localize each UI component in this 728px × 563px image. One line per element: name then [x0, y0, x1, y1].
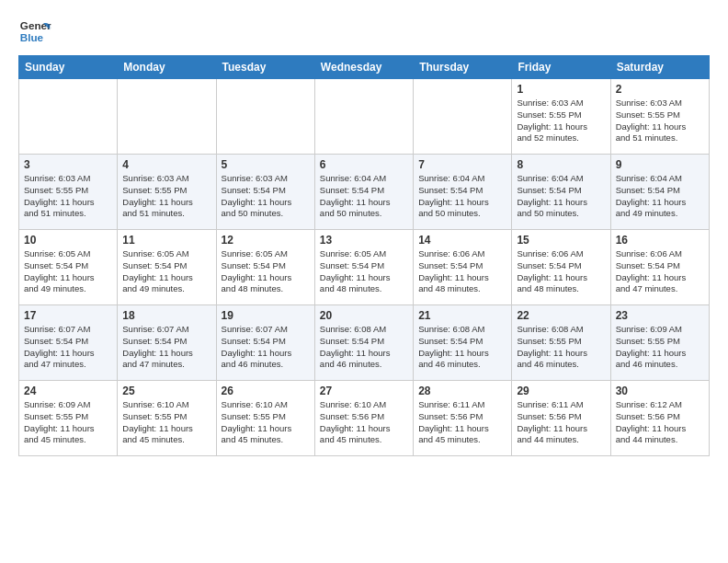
- day-cell: 1Sunrise: 6:03 AM Sunset: 5:55 PM Daylig…: [512, 79, 610, 155]
- day-info: Sunrise: 6:04 AM Sunset: 5:54 PM Dayligh…: [320, 173, 408, 220]
- day-number: 5: [222, 158, 310, 171]
- day-number: 6: [320, 158, 408, 171]
- day-info: Sunrise: 6:12 AM Sunset: 5:56 PM Dayligh…: [616, 399, 704, 446]
- week-row-3: 10Sunrise: 6:05 AM Sunset: 5:54 PM Dayli…: [19, 230, 710, 305]
- day-info: Sunrise: 6:08 AM Sunset: 5:54 PM Dayligh…: [418, 324, 506, 371]
- day-cell: 5Sunrise: 6:03 AM Sunset: 5:54 PM Daylig…: [216, 155, 314, 230]
- day-cell: 26Sunrise: 6:10 AM Sunset: 5:55 PM Dayli…: [216, 381, 314, 456]
- day-number: 14: [418, 234, 506, 247]
- day-cell: 8Sunrise: 6:04 AM Sunset: 5:54 PM Daylig…: [512, 155, 610, 230]
- day-info: Sunrise: 6:05 AM Sunset: 5:54 PM Dayligh…: [24, 248, 112, 295]
- day-cell: 4Sunrise: 6:03 AM Sunset: 5:55 PM Daylig…: [118, 155, 216, 230]
- day-number: 13: [320, 234, 408, 247]
- day-number: 24: [24, 385, 112, 397]
- weekday-header-monday: Monday: [118, 56, 216, 79]
- day-number: 20: [320, 309, 408, 322]
- day-cell: 11Sunrise: 6:05 AM Sunset: 5:54 PM Dayli…: [118, 230, 216, 305]
- day-info: Sunrise: 6:11 AM Sunset: 5:56 PM Dayligh…: [418, 399, 506, 446]
- day-number: 12: [222, 234, 310, 247]
- day-info: Sunrise: 6:05 AM Sunset: 5:54 PM Dayligh…: [320, 248, 408, 295]
- logo: General Blue: [18, 15, 51, 48]
- week-row-2: 3Sunrise: 6:03 AM Sunset: 5:55 PM Daylig…: [19, 155, 710, 230]
- day-info: Sunrise: 6:10 AM Sunset: 5:55 PM Dayligh…: [122, 399, 210, 446]
- day-cell: [118, 79, 216, 155]
- day-info: Sunrise: 6:07 AM Sunset: 5:54 PM Dayligh…: [222, 324, 310, 371]
- day-info: Sunrise: 6:03 AM Sunset: 5:54 PM Dayligh…: [222, 173, 310, 220]
- week-row-1: 1Sunrise: 6:03 AM Sunset: 5:55 PM Daylig…: [19, 79, 710, 155]
- day-info: Sunrise: 6:04 AM Sunset: 5:54 PM Dayligh…: [616, 173, 704, 220]
- day-number: 19: [222, 309, 310, 322]
- day-number: 17: [24, 309, 112, 322]
- day-number: 30: [616, 385, 704, 397]
- day-cell: 3Sunrise: 6:03 AM Sunset: 5:55 PM Daylig…: [19, 155, 118, 230]
- day-cell: [216, 79, 314, 155]
- day-number: 10: [24, 234, 112, 247]
- day-info: Sunrise: 6:10 AM Sunset: 5:56 PM Dayligh…: [320, 399, 408, 446]
- day-info: Sunrise: 6:03 AM Sunset: 5:55 PM Dayligh…: [24, 173, 112, 220]
- day-number: 29: [517, 385, 605, 397]
- day-number: 7: [418, 158, 506, 171]
- day-number: 9: [616, 158, 704, 171]
- day-info: Sunrise: 6:03 AM Sunset: 5:55 PM Dayligh…: [616, 98, 704, 144]
- day-info: Sunrise: 6:10 AM Sunset: 5:55 PM Dayligh…: [222, 399, 310, 446]
- day-number: 26: [222, 385, 310, 397]
- day-cell: 19Sunrise: 6:07 AM Sunset: 5:54 PM Dayli…: [216, 305, 314, 381]
- day-cell: 29Sunrise: 6:11 AM Sunset: 5:56 PM Dayli…: [512, 381, 610, 456]
- day-number: 25: [122, 385, 210, 397]
- day-info: Sunrise: 6:06 AM Sunset: 5:54 PM Dayligh…: [418, 248, 506, 295]
- day-number: 3: [24, 158, 112, 171]
- week-row-4: 17Sunrise: 6:07 AM Sunset: 5:54 PM Dayli…: [19, 305, 710, 381]
- weekday-header-tuesday: Tuesday: [216, 56, 314, 79]
- day-info: Sunrise: 6:04 AM Sunset: 5:54 PM Dayligh…: [517, 173, 605, 220]
- day-cell: 30Sunrise: 6:12 AM Sunset: 5:56 PM Dayli…: [610, 381, 709, 456]
- day-cell: 12Sunrise: 6:05 AM Sunset: 5:54 PM Dayli…: [216, 230, 314, 305]
- day-number: 1: [517, 83, 605, 96]
- day-info: Sunrise: 6:09 AM Sunset: 5:55 PM Dayligh…: [24, 399, 112, 446]
- svg-text:Blue: Blue: [20, 31, 44, 43]
- weekday-header-wednesday: Wednesday: [314, 56, 413, 79]
- day-number: 21: [418, 309, 506, 322]
- day-info: Sunrise: 6:08 AM Sunset: 5:54 PM Dayligh…: [320, 324, 408, 371]
- day-cell: 23Sunrise: 6:09 AM Sunset: 5:55 PM Dayli…: [610, 305, 709, 381]
- day-info: Sunrise: 6:06 AM Sunset: 5:54 PM Dayligh…: [517, 248, 605, 295]
- day-info: Sunrise: 6:04 AM Sunset: 5:54 PM Dayligh…: [418, 173, 506, 220]
- day-info: Sunrise: 6:06 AM Sunset: 5:54 PM Dayligh…: [616, 248, 704, 295]
- day-info: Sunrise: 6:08 AM Sunset: 5:55 PM Dayligh…: [517, 324, 605, 371]
- day-cell: 7Sunrise: 6:04 AM Sunset: 5:54 PM Daylig…: [414, 155, 512, 230]
- day-info: Sunrise: 6:09 AM Sunset: 5:55 PM Dayligh…: [616, 324, 704, 371]
- week-row-5: 24Sunrise: 6:09 AM Sunset: 5:55 PM Dayli…: [19, 381, 710, 456]
- day-number: 4: [122, 158, 210, 171]
- day-cell: 18Sunrise: 6:07 AM Sunset: 5:54 PM Dayli…: [118, 305, 216, 381]
- day-number: 22: [517, 309, 605, 322]
- day-cell: 13Sunrise: 6:05 AM Sunset: 5:54 PM Dayli…: [314, 230, 413, 305]
- day-cell: 6Sunrise: 6:04 AM Sunset: 5:54 PM Daylig…: [314, 155, 413, 230]
- day-info: Sunrise: 6:07 AM Sunset: 5:54 PM Dayligh…: [24, 324, 112, 371]
- weekday-header-friday: Friday: [512, 56, 610, 79]
- day-number: 23: [616, 309, 704, 322]
- day-cell: 2Sunrise: 6:03 AM Sunset: 5:55 PM Daylig…: [610, 79, 709, 155]
- day-number: 27: [320, 385, 408, 397]
- day-cell: 9Sunrise: 6:04 AM Sunset: 5:54 PM Daylig…: [610, 155, 709, 230]
- calendar-table: SundayMondayTuesdayWednesdayThursdayFrid…: [18, 55, 710, 456]
- day-info: Sunrise: 6:07 AM Sunset: 5:54 PM Dayligh…: [122, 324, 210, 371]
- day-cell: [414, 79, 512, 155]
- day-cell: 14Sunrise: 6:06 AM Sunset: 5:54 PM Dayli…: [414, 230, 512, 305]
- weekday-header-row: SundayMondayTuesdayWednesdayThursdayFrid…: [19, 56, 710, 79]
- day-cell: 24Sunrise: 6:09 AM Sunset: 5:55 PM Dayli…: [19, 381, 118, 456]
- page: General Blue SundayMondayTuesdayWednesda…: [0, 0, 728, 563]
- day-info: Sunrise: 6:05 AM Sunset: 5:54 PM Dayligh…: [222, 248, 310, 295]
- weekday-header-sunday: Sunday: [19, 56, 118, 79]
- weekday-header-saturday: Saturday: [610, 56, 709, 79]
- day-cell: 15Sunrise: 6:06 AM Sunset: 5:54 PM Dayli…: [512, 230, 610, 305]
- day-info: Sunrise: 6:03 AM Sunset: 5:55 PM Dayligh…: [122, 173, 210, 220]
- day-cell: 17Sunrise: 6:07 AM Sunset: 5:54 PM Dayli…: [19, 305, 118, 381]
- day-number: 15: [517, 234, 605, 247]
- day-info: Sunrise: 6:05 AM Sunset: 5:54 PM Dayligh…: [122, 248, 210, 295]
- day-number: 8: [517, 158, 605, 171]
- header: General Blue: [18, 15, 710, 48]
- day-number: 2: [616, 83, 704, 96]
- day-number: 18: [122, 309, 210, 322]
- day-cell: 21Sunrise: 6:08 AM Sunset: 5:54 PM Dayli…: [414, 305, 512, 381]
- day-cell: 22Sunrise: 6:08 AM Sunset: 5:55 PM Dayli…: [512, 305, 610, 381]
- day-cell: [314, 79, 413, 155]
